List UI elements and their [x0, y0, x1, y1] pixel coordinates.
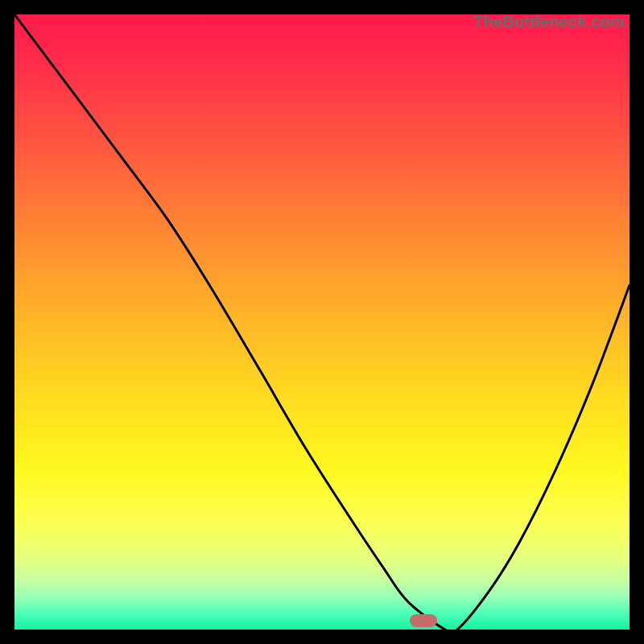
chart-plot-area: TheBottleneck.com — [14, 14, 630, 630]
bottleneck-curve — [14, 14, 630, 630]
chart-frame: TheBottleneck.com — [0, 0, 644, 644]
optimal-marker — [410, 614, 437, 627]
